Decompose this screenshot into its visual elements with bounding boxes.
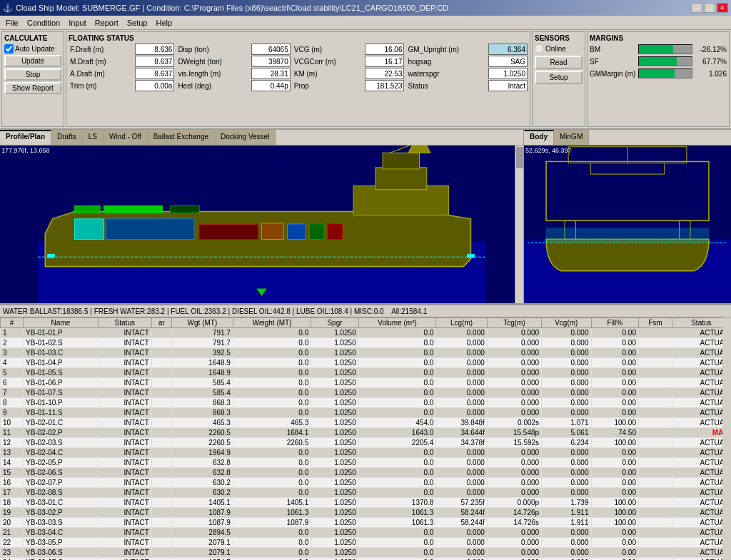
table-cell: INTACT bbox=[98, 458, 151, 468]
table-cell: 0.000 bbox=[436, 398, 487, 408]
table-cell: 18 bbox=[1, 498, 24, 508]
menu-file[interactable]: File bbox=[1, 17, 23, 29]
col-fill: Fill% bbox=[591, 318, 638, 328]
tab-wind-off[interactable]: Wind - Off bbox=[104, 130, 148, 145]
tab-mingm[interactable]: MinGM bbox=[554, 130, 589, 145]
profile-view: Profile/Plan Drafts LS Wind - Off Ballas… bbox=[0, 130, 524, 303]
dweight-label: DWeight (ton) bbox=[176, 58, 248, 66]
gmmargin-label: GMMargin (m) bbox=[590, 70, 636, 78]
body-canvas: 52.629s, 46.397 bbox=[524, 146, 731, 303]
col-status: Status bbox=[98, 318, 151, 328]
table-cell: 791.7 bbox=[171, 328, 233, 338]
dweight-value: 39870 bbox=[251, 56, 291, 67]
setup-sensor-button[interactable]: Setup bbox=[535, 71, 583, 84]
table-row[interactable]: 1YB-01-01.PINTACT791.70.01.02500.00.0000… bbox=[1, 328, 731, 338]
table-cell: INTACT bbox=[98, 558, 151, 561]
table-row[interactable]: 16YB-02-07.PINTACT630.20.01.02500.00.000… bbox=[1, 478, 731, 488]
table-row[interactable]: 15YB-02-06.SINTACT632.80.01.02500.00.000… bbox=[1, 468, 731, 478]
auto-update-checkbox[interactable] bbox=[4, 44, 14, 54]
table-row[interactable]: 4YB-01-04.PINTACT1648.90.01.02500.00.000… bbox=[1, 358, 731, 368]
table-row[interactable]: 21YB-03-04.CINTACT2894.50.01.02500.00.00… bbox=[1, 528, 731, 538]
table-scrollbar[interactable] bbox=[722, 317, 731, 560]
tab-ballast-exchange[interactable]: Ballast Exchange bbox=[148, 130, 215, 145]
profile-canvas: 177.976f, 13.058 bbox=[0, 146, 523, 303]
profile-scroll-thumb[interactable] bbox=[516, 147, 523, 168]
table-cell: 465.3 bbox=[233, 418, 311, 428]
sensors-title: SENSORS bbox=[535, 34, 583, 42]
tab-docking-vessel[interactable]: Docking Vessel bbox=[215, 130, 276, 145]
table-row[interactable]: 24YB-03-07.CINTACT1054.70.01.02500.00.00… bbox=[1, 558, 731, 561]
read-button[interactable]: Read bbox=[535, 56, 583, 69]
status-label: Status bbox=[406, 82, 486, 90]
table-row[interactable]: 5YB-01-05.SINTACT1648.90.01.02500.00.000… bbox=[1, 368, 731, 378]
table-cell bbox=[151, 438, 171, 448]
sf-bar-container bbox=[638, 56, 692, 66]
stop-button[interactable]: Stop bbox=[4, 68, 61, 81]
table-cell: 6 bbox=[1, 378, 24, 388]
table-row[interactable]: 13YB-02-04.CINTACT1964.90.01.02500.00.00… bbox=[1, 448, 731, 458]
table-cell: 0.000 bbox=[542, 368, 591, 378]
menu-setup[interactable]: Setup bbox=[123, 17, 152, 29]
table-cell: 585.4 bbox=[171, 378, 233, 388]
table-cell: 1061.3 bbox=[233, 508, 311, 518]
table-row[interactable]: 3YB-01-03.CINTACT392.50.01.02500.00.0000… bbox=[1, 348, 731, 358]
minimize-button[interactable]: ─ bbox=[691, 3, 702, 13]
tab-profile-plan[interactable]: Profile/Plan bbox=[0, 130, 51, 145]
table-cell: 0.0 bbox=[233, 488, 311, 498]
table-cell: 1087.9 bbox=[171, 518, 233, 528]
table-cell bbox=[638, 488, 672, 498]
table-row[interactable]: 2YB-01-02.SINTACT791.70.01.02500.00.0000… bbox=[1, 338, 731, 348]
table-row[interactable]: 14YB-02-05.PINTACT632.80.01.02500.00.000… bbox=[1, 458, 731, 468]
table-row[interactable]: 8YB-01-10.PINTACT868.30.01.02500.00.0000… bbox=[1, 398, 731, 408]
table-row[interactable]: 6YB-01-06.PINTACT585.40.01.02500.00.0000… bbox=[1, 378, 731, 388]
table-row[interactable]: 17YB-02-08.SINTACT630.20.01.02500.00.000… bbox=[1, 488, 731, 498]
table-wrapper[interactable]: # Name Status ar Wgt (MT) Weight (MT) Sp… bbox=[0, 317, 731, 560]
adraft-value: 8.637 bbox=[135, 68, 174, 79]
menu-condition[interactable]: Condition bbox=[23, 17, 64, 29]
col-wgt-mt: Wgt (MT) bbox=[171, 318, 233, 328]
menu-help[interactable]: Help bbox=[151, 17, 176, 29]
table-cell: YB-03-06.S bbox=[24, 548, 99, 558]
table-row[interactable]: 7YB-01-07.SINTACT585.40.01.02500.00.0000… bbox=[1, 388, 731, 398]
table-row[interactable]: 23YB-03-06.SINTACT2079.10.01.02500.00.00… bbox=[1, 548, 731, 558]
table-cell: 0.0 bbox=[233, 458, 311, 468]
table-row[interactable]: 18YB-03-01.CINTACT1405.11405.11.02501370… bbox=[1, 498, 731, 508]
table-cell: 0.000 bbox=[487, 368, 541, 378]
menu-report[interactable]: Report bbox=[91, 17, 123, 29]
table-row[interactable]: 9YB-01-11.SINTACT868.30.01.02500.00.0000… bbox=[1, 408, 731, 418]
table-row[interactable]: 11YB-02-02.PINTACT2260.51684.11.02501643… bbox=[1, 428, 731, 438]
table-cell: YB-03-05.P bbox=[24, 538, 99, 548]
online-radio[interactable] bbox=[535, 44, 544, 54]
menu-input[interactable]: Input bbox=[64, 17, 90, 29]
table-cell bbox=[638, 448, 672, 458]
table-row[interactable]: 20YB-03-03.SINTACT1087.91087.91.02501061… bbox=[1, 518, 731, 528]
table-cell: 632.8 bbox=[171, 468, 233, 478]
table-cell: 15.592s bbox=[487, 438, 541, 448]
status-value: Intact bbox=[488, 80, 528, 91]
svg-rect-15 bbox=[287, 224, 306, 240]
tab-drafts[interactable]: Drafts bbox=[51, 130, 83, 145]
tab-body[interactable]: Body bbox=[524, 130, 554, 145]
sensors-section: SENSORS Online Read Setup bbox=[532, 31, 585, 127]
table-row[interactable]: 19YB-03-02.PINTACT1087.91061.31.02501061… bbox=[1, 508, 731, 518]
update-button[interactable]: Update bbox=[4, 55, 61, 67]
table-row[interactable]: 22YB-03-05.PINTACT2079.10.01.02500.00.00… bbox=[1, 538, 731, 548]
tab-ls[interactable]: LS bbox=[83, 130, 104, 145]
table-cell bbox=[638, 378, 672, 388]
table-cell: 0.000 bbox=[436, 538, 487, 548]
table-cell: 0.000 bbox=[542, 528, 591, 538]
table-row[interactable]: 10YB-02-01.CINTACT465.3465.31.0250454.03… bbox=[1, 418, 731, 428]
profile-scrollbar[interactable] bbox=[515, 146, 523, 303]
table-cell bbox=[638, 478, 672, 488]
table-row[interactable]: 12YB-02-03.SINTACT2260.52260.51.02502205… bbox=[1, 438, 731, 448]
table-cell: 0.000 bbox=[542, 348, 591, 358]
profile-svg bbox=[0, 146, 523, 303]
close-button[interactable]: ✕ bbox=[717, 3, 728, 13]
bm-bar bbox=[639, 45, 673, 54]
table-cell bbox=[638, 498, 672, 508]
show-report-button[interactable]: Show Report bbox=[4, 82, 61, 94]
window-title: Cload Ship Model: SUBMERGE.GF | Conditio… bbox=[16, 4, 448, 12]
maximize-button[interactable]: □ bbox=[704, 3, 715, 13]
svg-rect-16 bbox=[309, 224, 324, 240]
svg-rect-18 bbox=[47, 254, 54, 258]
